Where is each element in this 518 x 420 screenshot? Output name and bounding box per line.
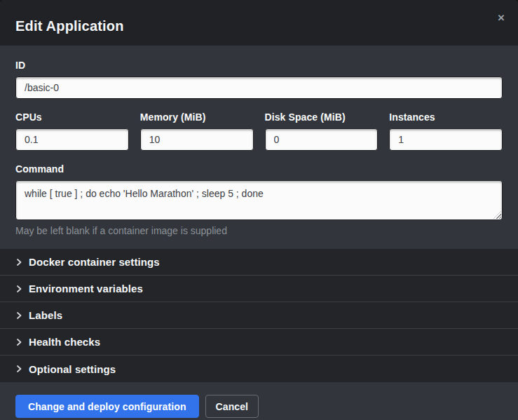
id-field-group: ID [15,60,503,99]
chevron-right-icon [15,365,22,372]
chevron-right-icon [15,259,22,266]
modal-body: ID CPUs Memory (MiB) Disk Space (MiB) In… [0,46,518,249]
section-environment-variables[interactable]: Environment variables [0,276,518,302]
section-docker-container-settings[interactable]: Docker container settings [0,249,518,276]
command-textarea[interactable]: while [ true ] ; do echo 'Hello Marathon… [15,180,503,220]
close-icon[interactable]: ✕ [494,11,508,25]
memory-input[interactable] [140,128,254,151]
id-input[interactable] [15,76,503,99]
command-help-text: May be left blank if a container image i… [15,225,503,236]
command-label: Command [15,163,503,175]
modal-title: Edit Application [15,18,503,34]
modal-footer: Change and deploy configuration Cancel [0,382,518,420]
section-label: Optional settings [29,363,116,375]
memory-field-group: Memory (MiB) [140,111,254,151]
instances-input[interactable] [389,128,503,151]
change-and-deploy-button[interactable]: Change and deploy configuration [15,395,199,418]
modal-header: Edit Application ✕ [0,0,518,46]
disk-space-field-group: Disk Space (MiB) [265,111,379,151]
command-textarea-wrap: while [ true ] ; do echo 'Hello Marathon… [15,180,503,220]
disk-space-label: Disk Space (MiB) [265,111,379,123]
cancel-button[interactable]: Cancel [205,395,259,418]
section-label: Docker container settings [29,256,160,268]
cpus-field-group: CPUs [15,111,129,151]
section-label: Health checks [29,336,100,348]
id-label: ID [15,60,503,71]
instances-label: Instances [389,111,503,123]
section-label: Labels [29,309,62,321]
chevron-right-icon [15,285,22,292]
collapsible-sections: Docker container settings Environment va… [0,249,518,382]
section-optional-settings[interactable]: Optional settings [0,355,518,382]
command-field-group: Command while [ true ] ; do echo 'Hello … [15,163,503,236]
cpus-label: CPUs [15,111,129,123]
section-label: Environment variables [29,283,143,294]
disk-space-input[interactable] [265,128,379,151]
memory-label: Memory (MiB) [140,111,254,123]
section-labels[interactable]: Labels [0,302,518,329]
chevron-right-icon [15,339,22,346]
cpus-input[interactable] [15,128,129,151]
edit-application-modal: Edit Application ✕ ID CPUs Memory (MiB) … [0,0,518,420]
instances-field-group: Instances [389,111,503,151]
section-health-checks[interactable]: Health checks [0,329,518,355]
chevron-right-icon [15,312,22,319]
resources-row: CPUs Memory (MiB) Disk Space (MiB) Insta… [15,111,503,151]
